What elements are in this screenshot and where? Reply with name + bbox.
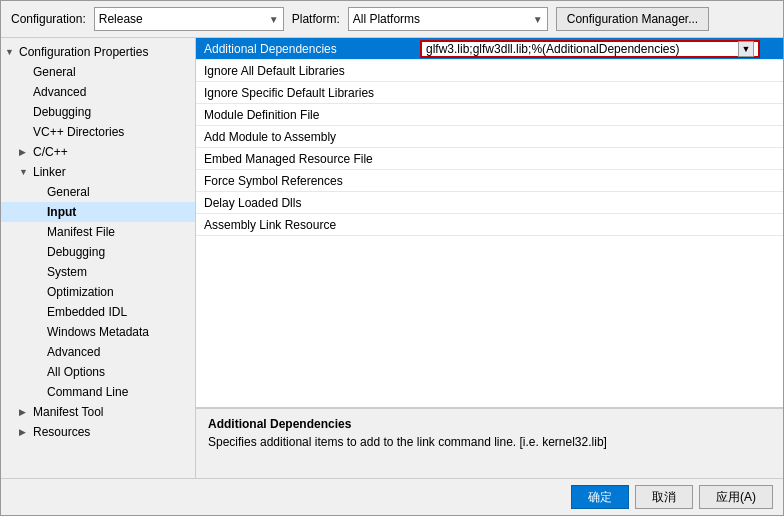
bottom-bar: 确定 取消 应用(A) <box>1 478 783 515</box>
prop-name-delay-loaded: Delay Loaded Dlls <box>196 196 416 210</box>
prop-name-additional-deps: Additional Dependencies <box>196 42 416 56</box>
tree-item-linker[interactable]: ▼Linker <box>1 162 195 182</box>
prop-name-module-def: Module Definition File <box>196 108 416 122</box>
prop-name-ignore-specific: Ignore Specific Default Libraries <box>196 86 416 100</box>
ok-button[interactable]: 确定 <box>571 485 629 509</box>
description-title: Additional Dependencies <box>208 417 771 431</box>
prop-value-additional-deps: glfw3.lib;glfw3dll.lib;%(AdditionalDepen… <box>416 40 783 58</box>
platform-dropdown-arrow: ▼ <box>533 14 543 25</box>
prop-row-add-module[interactable]: Add Module to Assembly <box>196 126 783 148</box>
tree-item-debugging[interactable]: Debugging <box>1 102 195 122</box>
prop-name-assembly-link: Assembly Link Resource <box>196 218 416 232</box>
tree-item-linker-input[interactable]: Input <box>1 202 195 222</box>
prop-row-embed-managed[interactable]: Embed Managed Resource File <box>196 148 783 170</box>
prop-name-ignore-all-default: Ignore All Default Libraries <box>196 64 416 78</box>
prop-row-delay-loaded[interactable]: Delay Loaded Dlls <box>196 192 783 214</box>
tree-item-linker-general[interactable]: General <box>1 182 195 202</box>
tree-label-linker-manifest: Manifest File <box>47 225 115 239</box>
tree-expand-icon-cpp: ▶ <box>19 147 33 157</box>
tree-item-advanced[interactable]: Advanced <box>1 82 195 102</box>
description-area: Additional Dependencies Specifies additi… <box>196 408 783 478</box>
tree-label-linker-system: System <box>47 265 87 279</box>
tree-item-manifest-tool[interactable]: ▶Manifest Tool <box>1 402 195 422</box>
top-bar: Configuration: Release ▼ Platform: All P… <box>1 1 783 38</box>
tree-label-cpp: C/C++ <box>33 145 68 159</box>
prop-name-add-module: Add Module to Assembly <box>196 130 416 144</box>
platform-select[interactable]: All Platforms ▼ <box>348 7 548 31</box>
prop-name-embed-managed: Embed Managed Resource File <box>196 152 416 166</box>
tree-label-debugging: Debugging <box>33 105 91 119</box>
tree-label-linker-advanced: Advanced <box>47 345 100 359</box>
tree-expand-icon-linker: ▼ <box>19 167 33 177</box>
prop-row-assembly-link[interactable]: Assembly Link Resource <box>196 214 783 236</box>
tree-item-linker-system[interactable]: System <box>1 262 195 282</box>
tree-expand-icon-config-props: ▼ <box>5 47 19 57</box>
tree-label-advanced: Advanced <box>33 85 86 99</box>
tree-item-linker-cmdline[interactable]: Command Line <box>1 382 195 402</box>
tree-label-linker-cmdline: Command Line <box>47 385 128 399</box>
tree-panel: ▼Configuration PropertiesGeneralAdvanced… <box>1 38 196 478</box>
tree-label-linker-input: Input <box>47 205 76 219</box>
platform-value: All Platforms <box>353 12 529 26</box>
tree-item-vc-dirs[interactable]: VC++ Directories <box>1 122 195 142</box>
prop-row-ignore-all-default[interactable]: Ignore All Default Libraries <box>196 60 783 82</box>
tree-item-linker-win-metadata[interactable]: Windows Metadata <box>1 322 195 342</box>
tree-label-linker-debugging: Debugging <box>47 245 105 259</box>
prop-row-additional-deps[interactable]: Additional Dependenciesglfw3.lib;glfw3dl… <box>196 38 783 60</box>
tree-expand-icon-manifest-tool: ▶ <box>19 407 33 417</box>
tree-item-general[interactable]: General <box>1 62 195 82</box>
tree-label-linker: Linker <box>33 165 66 179</box>
tree-label-linker-optimization: Optimization <box>47 285 114 299</box>
tree-label-linker-embedded-idl: Embedded IDL <box>47 305 127 319</box>
tree-item-linker-advanced[interactable]: Advanced <box>1 342 195 362</box>
tree-label-manifest-tool: Manifest Tool <box>33 405 103 419</box>
tree-label-vc-dirs: VC++ Directories <box>33 125 124 139</box>
tree-item-resources[interactable]: ▶Resources <box>1 422 195 442</box>
prop-value-box-additional-deps[interactable]: glfw3.lib;glfw3dll.lib;%(AdditionalDepen… <box>420 40 760 58</box>
config-dropdown-arrow: ▼ <box>269 14 279 25</box>
tree-label-config-props: Configuration Properties <box>19 45 148 59</box>
configuration-select[interactable]: Release ▼ <box>94 7 284 31</box>
tree-expand-icon-resources: ▶ <box>19 427 33 437</box>
prop-row-ignore-specific[interactable]: Ignore Specific Default Libraries <box>196 82 783 104</box>
description-text: Specifies additional items to add to the… <box>208 435 771 449</box>
tree-label-general: General <box>33 65 76 79</box>
prop-row-force-symbol[interactable]: Force Symbol References <box>196 170 783 192</box>
tree-label-linker-win-metadata: Windows Metadata <box>47 325 149 339</box>
config-manager-button[interactable]: Configuration Manager... <box>556 7 709 31</box>
prop-name-force-symbol: Force Symbol References <box>196 174 416 188</box>
config-value: Release <box>99 12 265 26</box>
config-label: Configuration: <box>11 12 86 26</box>
tree-label-linker-general: General <box>47 185 90 199</box>
tree-item-linker-manifest[interactable]: Manifest File <box>1 222 195 242</box>
cancel-button[interactable]: 取消 <box>635 485 693 509</box>
main-content: ▼Configuration PropertiesGeneralAdvanced… <box>1 38 783 478</box>
platform-label: Platform: <box>292 12 340 26</box>
tree-item-linker-all-options[interactable]: All Options <box>1 362 195 382</box>
prop-dropdown-btn-additional-deps[interactable]: ▼ <box>738 41 754 57</box>
properties-list: Additional Dependenciesglfw3.lib;glfw3dl… <box>196 38 783 408</box>
tree-label-linker-all-options: All Options <box>47 365 105 379</box>
tree-item-linker-embedded-idl[interactable]: Embedded IDL <box>1 302 195 322</box>
apply-button[interactable]: 应用(A) <box>699 485 773 509</box>
right-panel: Additional Dependenciesglfw3.lib;glfw3dl… <box>196 38 783 478</box>
prop-value-text-additional-deps: glfw3.lib;glfw3dll.lib;%(AdditionalDepen… <box>426 42 738 56</box>
tree-item-config-props[interactable]: ▼Configuration Properties <box>1 42 195 62</box>
tree-label-resources: Resources <box>33 425 90 439</box>
tree-item-linker-debugging[interactable]: Debugging <box>1 242 195 262</box>
tree-item-linker-optimization[interactable]: Optimization <box>1 282 195 302</box>
prop-row-module-def[interactable]: Module Definition File <box>196 104 783 126</box>
tree-item-cpp[interactable]: ▶C/C++ <box>1 142 195 162</box>
